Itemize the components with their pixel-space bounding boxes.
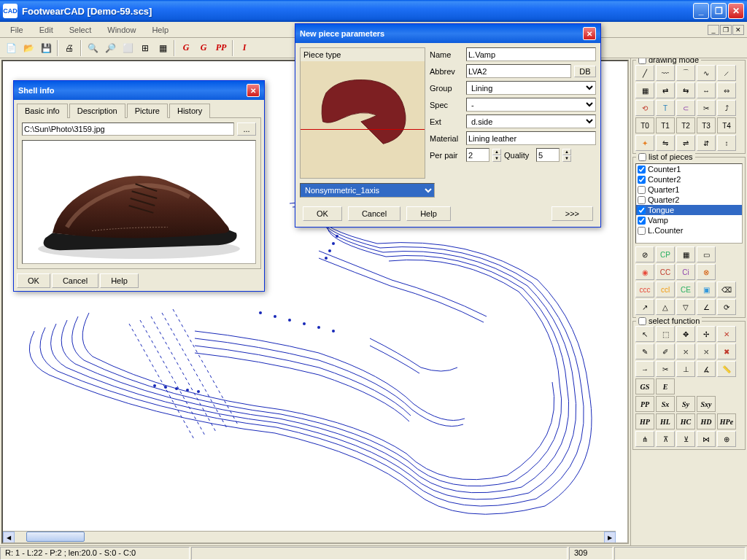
new-piece-dialog[interactable]: New piece parameters ✕ Piece type Name A… [295,23,601,228]
close-button[interactable]: ✕ [728,3,744,19]
newpiece-help-button[interactable]: Help [406,206,451,221]
sf-edit1-icon[interactable]: ✎ [635,343,654,359]
sf-select-icon[interactable]: ⬚ [656,326,675,342]
scroll-left-icon[interactable]: ◀ [3,532,15,543]
newpiece-more-button[interactable]: >>> [551,206,593,221]
mdi-minimize[interactable]: _ [708,25,719,35]
piece-clear-icon[interactable]: ▭ [697,246,716,262]
abbrev-input[interactable] [466,64,571,78]
dm-mirrorh-icon[interactable]: ⇌ [676,135,695,151]
piece-cx-icon[interactable]: ⊗ [697,264,716,280]
quality-input[interactable] [536,148,560,162]
new-piece-titlebar[interactable]: New piece parameters ✕ [295,24,600,43]
sf-arr-icon[interactable]: → [635,361,654,377]
sf-hpe-button[interactable]: HPe [717,413,736,429]
dm-star-icon[interactable]: ✦ [635,135,654,151]
tab-basic-info[interactable]: Basic info [17,104,68,118]
piece-row[interactable]: Counter1 [636,164,742,174]
maximize-button[interactable]: ❐ [711,3,727,19]
shell-info-titlebar[interactable]: Shell info ✕ [14,81,264,100]
dm-arc-icon[interactable]: ⌒ [676,65,695,81]
sf-hc-button[interactable]: HC [676,413,695,429]
piece-ci-icon[interactable]: Ci [676,264,695,280]
save-icon[interactable]: 💾 [38,40,54,56]
minimize-button[interactable]: _ [693,3,709,19]
piece-row[interactable]: Quarter2 [636,195,742,205]
zoom-in-icon[interactable]: 🔍 [85,40,101,56]
quality-down-icon[interactable]: ▼ [562,155,571,162]
shell-cancel-button[interactable]: Cancel [52,273,98,288]
dm-offset4-icon[interactable]: ⇔ [717,82,736,98]
print-icon[interactable]: 🖨 [61,40,77,56]
pieces-toggle[interactable] [638,153,646,161]
piece-checkbox[interactable] [638,227,646,235]
sf-ruler-icon[interactable]: 📏 [717,361,736,377]
sf-join-icon[interactable]: ⤬ [697,343,716,359]
sf-hl-button[interactable]: HL [656,413,675,429]
menu-window[interactable]: Window [100,23,143,36]
info-button[interactable]: I [236,40,252,56]
dm-curve-icon[interactable]: 〰 [656,65,675,81]
sf-a4-icon[interactable]: ⋈ [697,431,716,447]
sf-move-icon[interactable]: ✢ [697,326,716,342]
ext-select[interactable]: d.side [466,114,596,128]
menu-select[interactable]: Select [62,23,99,36]
grading-g1-button[interactable]: G [178,40,194,56]
sf-gs-button[interactable]: GS [635,378,654,394]
sf-hp-button[interactable]: HP [635,413,654,429]
piece-ccl-icon[interactable]: ccl [656,281,675,298]
sf-pointer-icon[interactable]: ↖ [635,326,654,342]
piece-row[interactable]: Counter2 [636,174,742,184]
mdi-restore[interactable]: ❐ [720,25,732,35]
zoom-out-icon[interactable]: 🔎 [102,40,118,56]
sf-e-button[interactable]: E [656,378,675,394]
scroll-right-icon[interactable]: ▶ [604,532,616,543]
dm-t3-button[interactable]: T3 [697,117,716,133]
sf-a3-icon[interactable]: ⊻ [676,431,695,447]
grading-g2-button[interactable]: G [196,40,212,56]
sf-angle-icon[interactable]: ∡ [697,361,716,377]
piece-row[interactable]: L.Counter [636,225,742,236]
material-input[interactable] [466,131,596,145]
name-input[interactable] [466,47,596,61]
piece-grid-icon[interactable]: ▦ [676,246,695,262]
perpair-input[interactable] [466,148,489,162]
menu-help[interactable]: Help [144,23,176,36]
dm-c-icon[interactable]: ⊂ [676,100,695,116]
drawing-mode-toggle[interactable] [638,58,646,64]
piece-checkbox[interactable] [638,196,646,204]
sf-a5-icon[interactable]: ⊕ [717,431,736,447]
zoom-grid-icon[interactable]: ▦ [155,40,171,56]
shell-info-dialog[interactable]: Shell info ✕ Basic info Description Pict… [13,80,265,292]
spec-select[interactable]: - [466,98,596,112]
piece-tri1-icon[interactable]: △ [656,299,675,315]
mdi-close[interactable]: ✕ [732,25,744,35]
sf-perp-icon[interactable]: ⊥ [676,361,695,377]
dm-flip-icon[interactable]: ⇋ [656,135,675,151]
dm-mirrorv-icon[interactable]: ⇵ [697,135,716,151]
piece-checkbox[interactable] [638,217,646,225]
perpair-down-icon[interactable]: ▼ [492,155,501,162]
sf-a2-icon[interactable]: ⊼ [656,431,675,447]
sf-scissors-icon[interactable]: ✂ [656,361,675,377]
newpiece-ok-button[interactable]: OK [303,206,342,221]
shell-help-button[interactable]: Help [100,273,139,288]
dm-spline-icon[interactable]: ∿ [697,65,716,81]
dm-trim-icon[interactable]: ✂ [697,100,716,116]
sf-pp-button[interactable]: PP [635,396,654,412]
sf-split-icon[interactable]: ⤫ [676,343,695,359]
dm-t-icon[interactable]: T [656,100,675,116]
dm-rot-icon[interactable]: ↕ [717,135,736,151]
photo-path-input[interactable] [22,122,234,136]
menu-file[interactable]: File [3,23,31,36]
piece-checkbox[interactable] [638,206,646,214]
dm-line-icon[interactable]: ╱ [635,65,654,81]
quality-up-icon[interactable]: ▲ [562,149,571,155]
pieces-list[interactable]: Counter1Counter2Quarter1Quarter2TongueVa… [635,163,743,244]
sf-hd-button[interactable]: HD [697,413,716,429]
symmetry-select[interactable]: Nonsymmetric_1axis [300,183,435,198]
sf-edit2-icon[interactable]: ✐ [656,343,675,359]
dm-t1-button[interactable]: T1 [656,117,675,133]
sf-del-icon[interactable]: ✕ [717,326,736,342]
group-select[interactable]: Lining [466,81,596,95]
